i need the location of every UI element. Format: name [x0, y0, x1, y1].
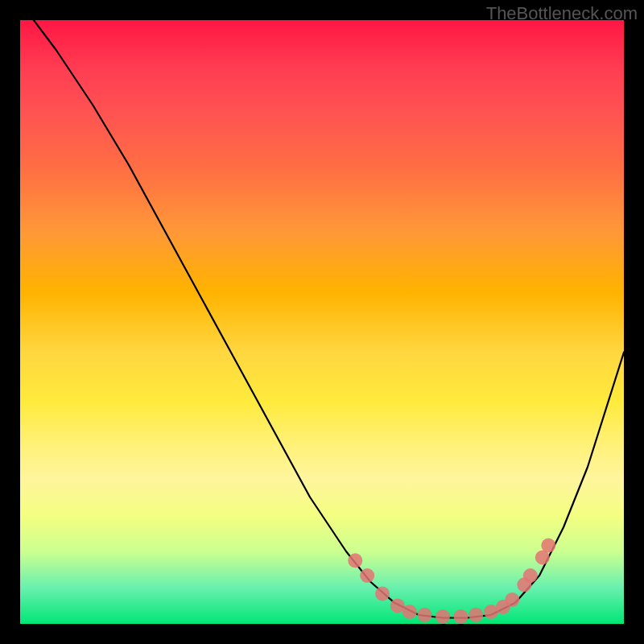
- watermark-text: TheBottleneck.com: [486, 3, 638, 24]
- svg-point-3: [390, 599, 405, 613]
- svg-point-6: [436, 609, 450, 624]
- svg-point-14: [535, 551, 550, 565]
- svg-point-12: [517, 577, 531, 592]
- curve-svg: [20, 20, 624, 624]
- svg-point-5: [418, 608, 432, 622]
- svg-point-4: [402, 605, 417, 619]
- svg-point-0: [348, 553, 362, 568]
- svg-point-11: [505, 592, 519, 607]
- svg-point-9: [484, 605, 498, 619]
- svg-point-2: [375, 587, 390, 601]
- bottleneck-curve: [20, 20, 624, 618]
- chart-frame: TheBottleneck.com: [0, 0, 644, 644]
- svg-point-13: [523, 568, 538, 583]
- svg-point-10: [496, 600, 510, 614]
- svg-point-15: [541, 539, 555, 553]
- svg-point-7: [454, 609, 469, 624]
- svg-point-1: [360, 568, 374, 583]
- plot-area: [20, 20, 624, 624]
- svg-point-8: [469, 608, 483, 622]
- highlighted-points: [348, 539, 555, 625]
